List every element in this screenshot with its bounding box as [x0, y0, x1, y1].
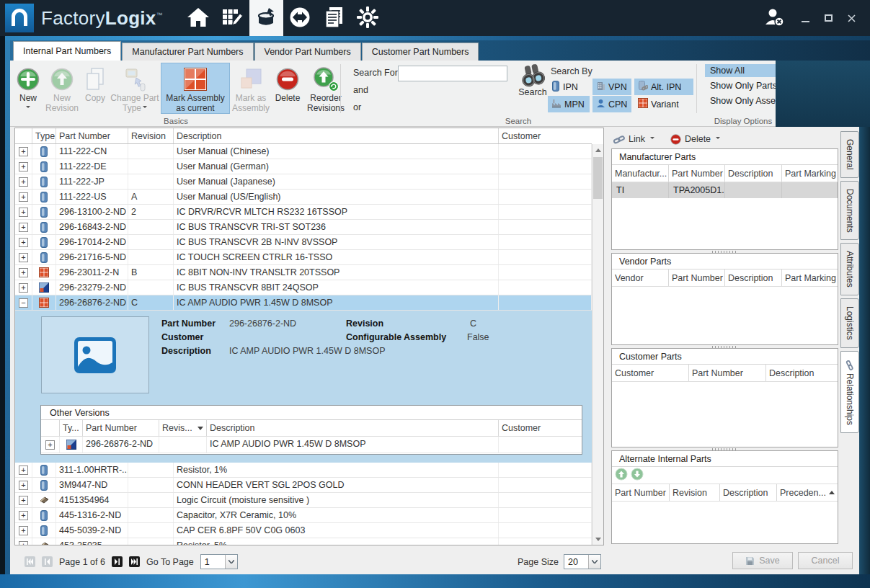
next-page-button[interactable]: [112, 556, 123, 567]
part-row[interactable]: + 4151354964 Logic Circuit (moisture sen…: [15, 493, 592, 508]
expand-toggle[interactable]: +: [19, 253, 28, 262]
manufacturer-part-row[interactable]: TITPA2005D1...: [612, 182, 838, 198]
tab-customer-part-numbers[interactable]: Customer Part Numbers: [362, 43, 479, 61]
part-row[interactable]: + 445-5039-2-ND CAP CER 6.8PF 50V C0G 06…: [15, 523, 592, 538]
part-row[interactable]: + 296-23011-2-N B IC 8BIT NON-INV TRANSL…: [15, 265, 592, 280]
expand-toggle[interactable]: +: [19, 481, 28, 490]
search-button[interactable]: Search: [513, 63, 552, 110]
side-tab-documents[interactable]: Documents: [840, 181, 859, 241]
column-header-description[interactable]: Description: [766, 365, 838, 381]
nav-settings-button[interactable]: [351, 0, 385, 36]
goto-page-select[interactable]: 1: [200, 554, 238, 569]
tab-internal-part-numbers[interactable]: Internal Part Numbers: [13, 41, 121, 61]
column-header-type[interactable]: Type: [32, 128, 56, 143]
column-header-part-number[interactable]: Part Number: [669, 270, 725, 286]
part-row[interactable]: + 445-1316-2-ND Capacitor, X7R Ceramic, …: [15, 508, 592, 523]
column-header-part-number[interactable]: Part Number: [669, 165, 725, 182]
ribbon-change-part-type-button[interactable]: Change Part Type: [109, 63, 161, 114]
search-input[interactable]: [398, 66, 507, 81]
searchby-alt-ipn-toggle[interactable]: Alt. IPN: [634, 79, 693, 95]
column-header-part-number[interactable]: Part Number: [83, 420, 159, 436]
column-header-revision[interactable]: Revision: [670, 484, 720, 501]
column-header-part-marking[interactable]: Part Marking: [782, 165, 838, 182]
maximize-button[interactable]: [817, 8, 840, 28]
column-header-preceden[interactable]: Preceden...: [777, 484, 838, 501]
expand-toggle[interactable]: +: [19, 466, 28, 475]
expand-toggle[interactable]: +: [19, 511, 28, 520]
minimize-button[interactable]: [794, 8, 817, 28]
collapse-toggle[interactable]: −: [19, 298, 28, 308]
column-header-customer[interactable]: Customer: [499, 420, 582, 436]
ribbon-mark-assembly-as-current-button[interactable]: Mark Assembly as current: [161, 63, 230, 114]
part-row[interactable]: + 111-222-DE User Manual (German): [15, 159, 592, 174]
part-row[interactable]: + 296-23279-2-ND IC BUS TRANSCVR 8BIT 24…: [15, 280, 592, 295]
expand-toggle[interactable]: +: [19, 268, 28, 277]
part-row[interactable]: + 3M9447-ND CONN HEADER VERT SGL 2POS GO…: [15, 478, 592, 493]
searchby-vpn-toggle[interactable]: VPN: [592, 79, 631, 95]
ribbon-reorder-revisions-button[interactable]: Reorder Revisions: [303, 63, 348, 114]
part-row[interactable]: + 111-222-US A User Manual (US/English): [15, 190, 592, 205]
expand-toggle[interactable]: +: [19, 496, 28, 505]
ribbon-new-revision-button[interactable]: New Revision: [43, 63, 81, 114]
column-header-revision[interactable]: Revision: [128, 128, 174, 143]
column-header-description[interactable]: Description: [725, 165, 782, 182]
tab-manufacturer-part-numbers[interactable]: Manufacturer Part Numbers: [122, 43, 253, 61]
column-header-vendor[interactable]: Vendor: [612, 270, 669, 286]
column-header-customer[interactable]: Customer: [499, 128, 592, 143]
expand-toggle[interactable]: +: [19, 177, 28, 187]
column-header-blank[interactable]: [41, 420, 60, 436]
searchby-cpn-toggle[interactable]: CPN: [592, 96, 631, 112]
ribbon-new-button[interactable]: New: [14, 63, 43, 111]
expand-toggle[interactable]: +: [19, 192, 28, 202]
user-logout-icon[interactable]: [763, 6, 786, 30]
expand-toggle[interactable]: +: [45, 440, 55, 450]
column-header-description[interactable]: Description: [720, 484, 777, 501]
save-button[interactable]: Save: [732, 552, 793, 569]
column-header-revis[interactable]: Revis...: [159, 420, 207, 436]
side-tab-attributes[interactable]: Attributes: [840, 243, 859, 295]
expand-toggle[interactable]: +: [19, 238, 28, 247]
part-row[interactable]: + 111-222-JP User Manual (Japanese): [15, 174, 592, 190]
expand-toggle[interactable]: +: [19, 208, 28, 217]
column-header-description[interactable]: Description: [725, 270, 782, 286]
part-row[interactable]: + 296-17014-2-ND IC BUS TRANSCVR 2B N-IN…: [15, 235, 592, 250]
column-header-description[interactable]: Description: [207, 420, 499, 436]
column-header-customer[interactable]: Customer: [612, 365, 689, 381]
part-row[interactable]: + 296-13100-2-ND 2 IC DRVR/RCVR MLTCH RS…: [15, 205, 592, 220]
tab-vendor-part-numbers[interactable]: Vendor Part Numbers: [254, 43, 361, 61]
nav-reports-button[interactable]: [317, 0, 351, 36]
scroll-down-arrow[interactable]: [592, 533, 603, 545]
part-row[interactable]: + 296-26876-2-ND IC AMP AUDIO PWR 1.45W …: [41, 437, 582, 453]
expand-toggle[interactable]: +: [19, 526, 28, 535]
column-header-description[interactable]: Description: [174, 128, 499, 143]
vertical-scrollbar[interactable]: [592, 144, 603, 545]
page-size-select[interactable]: 20: [564, 554, 601, 569]
column-header-part-marking[interactable]: Part Marking: [782, 270, 838, 286]
scrollbar-thumb[interactable]: [593, 157, 603, 199]
ribbon-mark-as-assembly-button[interactable]: Mark as Assembly: [230, 63, 272, 114]
part-row[interactable]: + 111-222-CN User Manual (Chinese): [15, 144, 592, 159]
part-image-placeholder[interactable]: [41, 316, 149, 393]
expand-toggle[interactable]: +: [19, 541, 28, 545]
column-header-blank[interactable]: [15, 128, 32, 143]
searchby-variant-toggle[interactable]: Variant: [634, 96, 693, 112]
searchby-mpn-toggle[interactable]: MPN: [548, 96, 590, 112]
previous-page-button[interactable]: [42, 556, 53, 567]
column-header-part-number[interactable]: Part Number: [56, 128, 128, 143]
ribbon-delete-button[interactable]: Delete: [272, 63, 303, 104]
delete-link-button[interactable]: Delete: [670, 134, 720, 145]
column-header-part-number[interactable]: Part Number: [689, 365, 766, 381]
move-up-button[interactable]: [615, 468, 628, 483]
part-row[interactable]: + 296-16843-2-ND IC BUS TRANSCVR TRI-ST …: [15, 220, 592, 235]
nav-production-button[interactable]: [216, 0, 249, 36]
expand-toggle[interactable]: +: [19, 283, 28, 293]
column-header-ty[interactable]: Ty...: [60, 420, 83, 436]
side-tab-relationships[interactable]: Relationships: [840, 351, 859, 433]
move-down-button[interactable]: [631, 468, 644, 483]
searchby-ipn-toggle[interactable]: IPN: [548, 79, 590, 95]
nav-materials-button[interactable]: [249, 0, 283, 36]
close-button[interactable]: [840, 8, 863, 28]
first-page-button[interactable]: [25, 556, 35, 567]
column-header-part-number[interactable]: Part Number: [612, 484, 670, 501]
part-row[interactable]: + 453-25035 Resistor, 5%: [15, 538, 592, 545]
